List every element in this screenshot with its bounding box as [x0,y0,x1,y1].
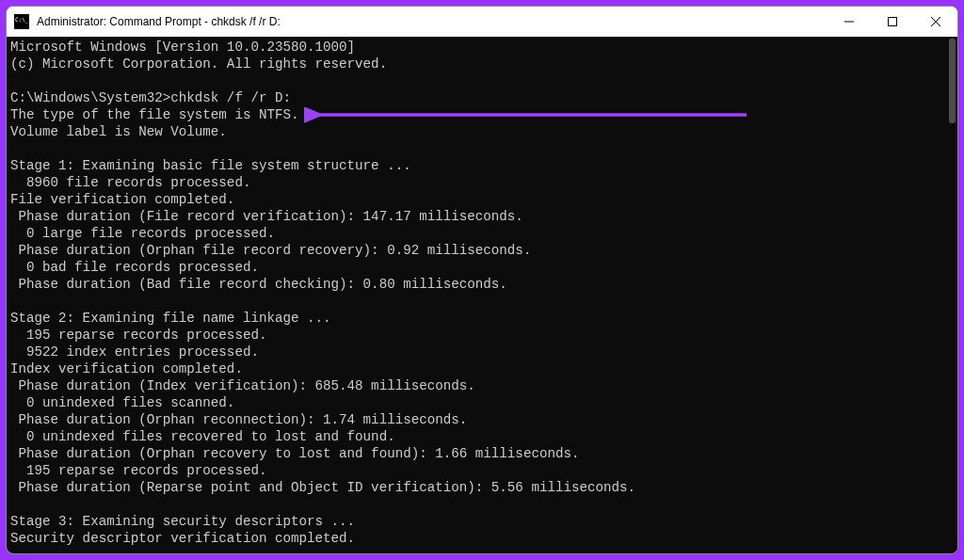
window-title: Administrator: Command Prompt - chkdsk /… [37,15,281,28]
svg-rect-1 [889,18,897,26]
minimize-button[interactable] [827,7,871,37]
command-prompt-window: Administrator: Command Prompt - chkdsk /… [6,6,958,554]
scrollbar[interactable] [944,37,957,553]
cmd-icon [14,14,29,29]
titlebar[interactable]: Administrator: Command Prompt - chkdsk /… [7,7,957,37]
window-controls [827,7,957,37]
maximize-button[interactable] [871,7,914,37]
terminal-output[interactable]: Microsoft Windows [Version 10.0.23580.10… [7,37,957,553]
scrollbar-thumb[interactable] [949,39,956,123]
close-button[interactable] [914,7,957,37]
